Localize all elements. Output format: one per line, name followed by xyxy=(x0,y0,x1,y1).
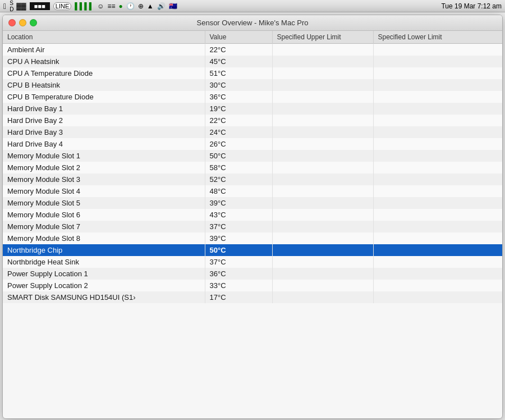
cell-location: Memory Module Slot 6 xyxy=(3,209,205,221)
table-row[interactable]: Memory Module Slot 150°C xyxy=(3,150,502,162)
table-row[interactable]: Ambient Air22°C xyxy=(3,44,502,56)
cell-lower xyxy=(373,197,502,209)
cell-location: CPU B Heatsink xyxy=(3,79,205,91)
table-row[interactable]: Northbridge Chip50°C xyxy=(3,244,502,256)
cell-value: 33°C xyxy=(205,280,272,291)
table-row[interactable]: CPU A Temperature Diode51°C xyxy=(3,67,502,79)
table-row[interactable]: Memory Module Slot 352°C xyxy=(3,174,502,185)
cell-upper xyxy=(272,256,373,268)
cell-value: 58°C xyxy=(205,162,272,174)
cell-location: Hard Drive Bay 3 xyxy=(3,126,205,138)
mb-icon-green-dot: ● xyxy=(119,2,123,10)
header-upper[interactable]: Specified Upper Limit xyxy=(272,31,373,44)
main-window: Sensor Overview - Mike's Mac Pro Locatio… xyxy=(2,15,503,419)
cell-value: 48°C xyxy=(205,185,272,197)
cell-value: 22°C xyxy=(205,115,272,126)
cell-location: Hard Drive Bay 1 xyxy=(3,103,205,115)
cell-value: 19°C xyxy=(205,103,272,115)
cell-lower xyxy=(373,256,502,268)
table-row[interactable]: CPU A Heatsink45°C xyxy=(3,56,502,67)
header-lower[interactable]: Specified Lower Limit xyxy=(373,31,502,44)
menubar-right: Tue 19 Mar 7:12 am xyxy=(441,2,502,10)
cell-upper xyxy=(272,197,373,209)
cell-value: 52°C xyxy=(205,174,272,185)
header-location[interactable]: Location xyxy=(3,31,205,44)
table-row[interactable]: Hard Drive Bay 222°C xyxy=(3,115,502,126)
traffic-lights xyxy=(8,19,37,26)
cell-lower xyxy=(373,138,502,150)
table-row[interactable]: SMART Disk SAMSUNG HD154UI (S1›17°C xyxy=(3,291,502,303)
mb-icon-eject: ▲ xyxy=(147,2,154,10)
cell-lower xyxy=(373,221,502,232)
cell-lower xyxy=(373,67,502,79)
table-row[interactable]: Memory Module Slot 737°C xyxy=(3,221,502,232)
cell-lower xyxy=(373,91,502,103)
header-value[interactable]: Value xyxy=(205,31,272,44)
table-row[interactable]: Hard Drive Bay 426°C xyxy=(3,138,502,150)
table-row[interactable]: Memory Module Slot 448°C xyxy=(3,185,502,197)
cell-location: Power Supply Location 1 xyxy=(3,268,205,280)
cell-value: 37°C xyxy=(205,221,272,232)
cell-upper xyxy=(272,280,373,291)
table-container[interactable]: Location Value Specified Upper Limit Spe… xyxy=(3,31,502,418)
table-row[interactable]: Power Supply Location 233°C xyxy=(3,280,502,291)
cell-value: 50°C xyxy=(205,244,272,256)
mb-icon-sound: 🔊 xyxy=(157,2,166,10)
table-row[interactable]: Memory Module Slot 539°C xyxy=(3,197,502,209)
cell-upper xyxy=(272,162,373,174)
apple-menu[interactable]:  xyxy=(3,2,6,11)
cell-lower xyxy=(373,174,502,185)
cell-value: 39°C xyxy=(205,197,272,209)
cell-upper xyxy=(272,150,373,162)
cell-location: Memory Module Slot 8 xyxy=(3,232,205,244)
mb-icon-lines: ≡≡ xyxy=(108,2,116,10)
cell-value: 22°C xyxy=(205,44,272,56)
cell-value: 24°C xyxy=(205,126,272,138)
cell-value: 39°C xyxy=(205,232,272,244)
minimize-button[interactable] xyxy=(19,19,26,26)
menubar:  SD ▓▓ ■■■ LINE ▌▌▌▌ ☺ ≡≡ ● 🕐 ⊕ ▲ 🔊 🇦🇺 … xyxy=(0,0,505,12)
table-row[interactable]: Hard Drive Bay 324°C xyxy=(3,126,502,138)
window-title: Sensor Overview - Mike's Mac Pro xyxy=(197,19,309,27)
mb-icon-sd: SD xyxy=(10,0,13,12)
sensor-table: Location Value Specified Upper Limit Spe… xyxy=(3,31,502,303)
cell-location: Hard Drive Bay 2 xyxy=(3,115,205,126)
mb-icon-signal: ▌▌▌▌ xyxy=(75,2,94,10)
table-row[interactable]: Memory Module Slot 643°C xyxy=(3,209,502,221)
table-row[interactable]: Hard Drive Bay 119°C xyxy=(3,103,502,115)
cell-value: 37°C xyxy=(205,256,272,268)
table-row[interactable]: CPU B Heatsink30°C xyxy=(3,79,502,91)
cell-value: 30°C xyxy=(205,79,272,91)
mb-icon-battery: ▓▓ xyxy=(16,2,26,10)
table-row[interactable]: Northbridge Heat Sink37°C xyxy=(3,256,502,268)
cell-location: Hard Drive Bay 4 xyxy=(3,138,205,150)
cell-location: Memory Module Slot 4 xyxy=(3,185,205,197)
table-header-row: Location Value Specified Upper Limit Spe… xyxy=(3,31,502,44)
table-row[interactable]: Memory Module Slot 258°C xyxy=(3,162,502,174)
cell-lower xyxy=(373,268,502,280)
cell-location: Northbridge Heat Sink xyxy=(3,256,205,268)
cell-location: Memory Module Slot 2 xyxy=(3,162,205,174)
cell-lower xyxy=(373,232,502,244)
maximize-button[interactable] xyxy=(30,19,37,26)
mb-icon-wifi: ⊕ xyxy=(138,2,144,10)
cell-upper xyxy=(272,126,373,138)
cell-upper xyxy=(272,44,373,56)
cell-location: CPU A Heatsink xyxy=(3,56,205,67)
cell-value: 36°C xyxy=(205,91,272,103)
table-row[interactable]: Memory Module Slot 839°C xyxy=(3,232,502,244)
cell-upper xyxy=(272,56,373,67)
menubar-time: Tue 19 Mar 7:12 am xyxy=(441,2,502,10)
cell-lower xyxy=(373,115,502,126)
cell-value: 26°C xyxy=(205,138,272,150)
table-row[interactable]: Power Supply Location 136°C xyxy=(3,268,502,280)
cell-location: Power Supply Location 2 xyxy=(3,280,205,291)
cell-location: CPU A Temperature Diode xyxy=(3,67,205,79)
cell-lower xyxy=(373,44,502,56)
cell-upper xyxy=(272,174,373,185)
cell-value: 45°C xyxy=(205,56,272,67)
close-button[interactable] xyxy=(8,19,16,26)
table-row[interactable]: CPU B Temperature Diode36°C xyxy=(3,91,502,103)
mb-icon-smiley: ☺ xyxy=(97,2,104,10)
mb-icon-box: ■■■ xyxy=(30,2,50,10)
